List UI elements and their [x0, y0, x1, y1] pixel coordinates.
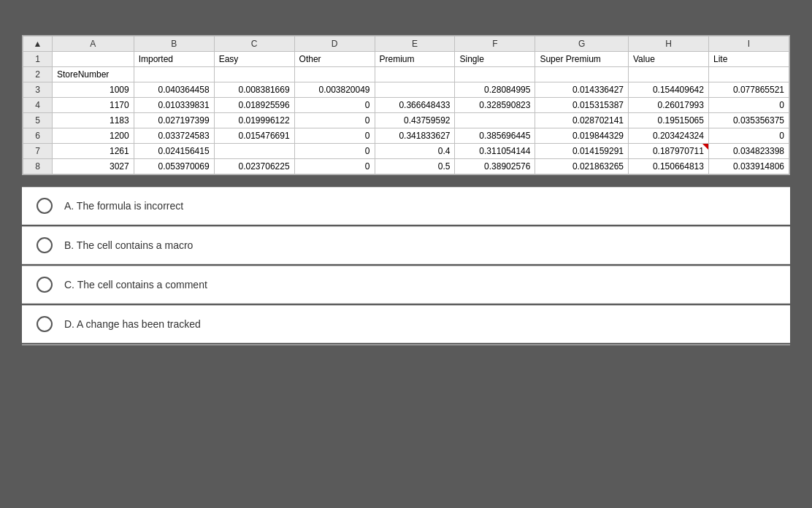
row-number: 8: [23, 159, 53, 174]
col-header-c: C: [214, 36, 294, 52]
answers-container: A. The formula is incorrectB. The cell c…: [0, 187, 812, 345]
row-number: 1: [23, 52, 53, 67]
row-number: 5: [23, 113, 53, 128]
table-row: 712610.02415641500.40.3110541440.0141592…: [23, 144, 789, 159]
cell-d: 0: [294, 113, 375, 128]
cell-f: [455, 113, 535, 128]
cell-g: [535, 67, 629, 82]
cell-c: 0.019996122: [214, 113, 294, 128]
col-header-i: I: [708, 36, 789, 52]
radio-d[interactable]: [37, 316, 53, 332]
cell-i: 0.034823398: [708, 144, 789, 159]
cell-a: 1170: [53, 98, 134, 113]
cell-c: Easy: [214, 52, 294, 67]
cell-a: 1200: [53, 128, 134, 144]
row-number: 6: [23, 128, 53, 144]
col-header-index: ▲: [23, 36, 53, 52]
cell-e: 0.341833627: [375, 128, 455, 144]
col-header-h: H: [629, 36, 709, 52]
row-number: 2: [23, 67, 53, 82]
cell-h: 0.150664813: [629, 159, 709, 174]
cell-i: 0: [708, 128, 789, 144]
cell-e: [375, 82, 455, 98]
cell-e: 0.4: [375, 144, 455, 159]
cell-i: Lite: [708, 52, 789, 67]
cell-a: 1183: [53, 113, 134, 128]
header: [0, 0, 812, 35]
cell-d: 0: [294, 98, 375, 113]
answer-option-b[interactable]: B. The cell contains a macro: [22, 227, 790, 264]
cell-d: 0: [294, 144, 375, 159]
cell-b: [134, 67, 214, 82]
cell-i: 0.077865521: [708, 82, 789, 98]
col-header-b: B: [134, 36, 214, 52]
red-triangle-indicator: [702, 144, 708, 150]
answer-label-a: A. The formula is incorrect: [64, 200, 183, 212]
row-number: 7: [23, 144, 53, 159]
cell-b: 0.024156415: [134, 144, 214, 159]
cell-g: 0.021863265: [535, 159, 629, 174]
col-header-e: E: [375, 36, 455, 52]
cell-f: Single: [455, 52, 535, 67]
answer-option-a[interactable]: A. The formula is incorrect: [22, 188, 790, 225]
answer-option-c[interactable]: C. The cell contains a comment: [22, 266, 790, 304]
cell-g: Super Premium: [535, 52, 629, 67]
cell-a: 1261: [53, 144, 134, 159]
cell-a: [53, 52, 134, 67]
cell-g: 0.019844329: [535, 128, 629, 144]
table-row: 1ImportedEasyOtherPremiumSingleSuper Pre…: [23, 52, 789, 67]
cell-i: [708, 67, 789, 82]
cell-g: 0.014159291: [535, 144, 629, 159]
cell-d: 0: [294, 128, 375, 144]
cell-b: Imported: [134, 52, 214, 67]
cell-g: 0.028702141: [535, 113, 629, 128]
cell-h: 0.26017993: [629, 98, 709, 113]
row-number: 3: [23, 82, 53, 98]
cell-b: 0.010339831: [134, 98, 214, 113]
table-row: 2StoreNumber: [23, 67, 789, 82]
col-header-a: A: [53, 36, 134, 52]
cell-f: 0.28084995: [455, 82, 535, 98]
answer-option-d[interactable]: D. A change has been tracked: [22, 306, 790, 343]
table-row: 511830.0271973990.01999612200.437595920.…: [23, 113, 789, 128]
table-row: 310090.0403644580.0083816690.0038200490.…: [23, 82, 789, 98]
cell-e: 0.43759592: [375, 113, 455, 128]
cell-g: 0.014336427: [535, 82, 629, 98]
cell-e: [375, 67, 455, 82]
cell-b: 0.040364458: [134, 82, 214, 98]
cell-a: 3027: [53, 159, 134, 174]
cell-c: 0.023706225: [214, 159, 294, 174]
radio-a[interactable]: [37, 198, 53, 214]
cell-g: 0.015315387: [535, 98, 629, 113]
cell-c: 0.015476691: [214, 128, 294, 144]
col-header-d: D: [294, 36, 375, 52]
cell-e: Premium: [375, 52, 455, 67]
cell-f: 0.38902576: [455, 159, 535, 174]
cell-d: 0.003820049: [294, 82, 375, 98]
cell-h: 0.154409642: [629, 82, 709, 98]
radio-b[interactable]: [37, 237, 53, 253]
cell-e: 0.5: [375, 159, 455, 174]
cell-i: 0: [708, 98, 789, 113]
answer-label-c: C. The cell contains a comment: [64, 279, 207, 290]
cell-c: [214, 67, 294, 82]
row-number: 4: [23, 98, 53, 113]
cell-b: 0.033724583: [134, 128, 214, 144]
cell-h: Value: [629, 52, 709, 67]
cell-f: 0.385696445: [455, 128, 535, 144]
cell-d: Other: [294, 52, 375, 67]
table-row: 612000.0337245830.01547669100.3418336270…: [23, 128, 789, 144]
cell-i: 0.035356375: [708, 113, 789, 128]
radio-c[interactable]: [37, 277, 53, 293]
cell-a: 1009: [53, 82, 134, 98]
cell-c: 0.008381669: [214, 82, 294, 98]
col-header-f: F: [455, 36, 535, 52]
table-row: 830270.0539700690.02370622500.50.3890257…: [23, 159, 789, 174]
cell-c: [214, 144, 294, 159]
cell-h: [629, 67, 709, 82]
cell-e: 0.366648433: [375, 98, 455, 113]
cell-h: 0.187970711: [629, 144, 709, 159]
cell-b: 0.053970069: [134, 159, 214, 174]
spreadsheet-container: ▲ A B C D E F G H I 1ImportedEasyOtherPr…: [22, 35, 790, 175]
cell-f: 0.328590823: [455, 98, 535, 113]
